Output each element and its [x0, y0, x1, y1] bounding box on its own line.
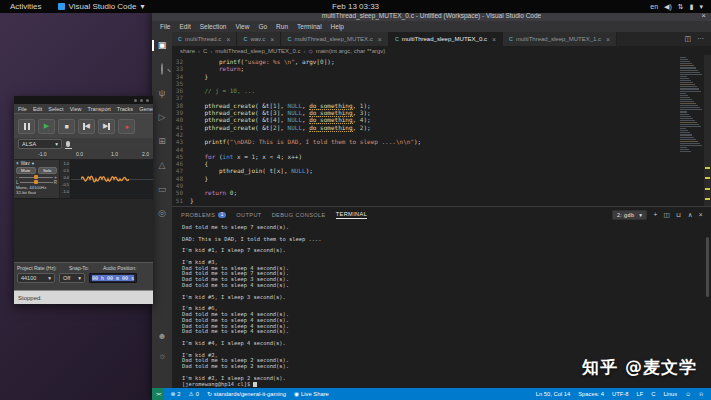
run-debug-icon[interactable]: ▷ [157, 112, 168, 123]
system-tray[interactable]: en ◀) ⇅ ▮ ▾ [650, 3, 703, 11]
account-icon[interactable]: ☻ [157, 331, 168, 342]
extensions-icon[interactable]: ⊞ [157, 136, 168, 147]
editor-tab[interactable]: Cwav.c× [237, 32, 281, 46]
warning-icon: ⚠ [189, 391, 194, 397]
remote-explorer-icon[interactable]: ▭ [157, 184, 168, 195]
menu-item-run[interactable]: Run [276, 23, 288, 30]
breadcrumb-item[interactable]: C [203, 48, 207, 54]
close-tab-icon[interactable]: × [492, 36, 496, 43]
panel-tab-problems[interactable]: PROBLEMS1 [181, 211, 226, 219]
record-button[interactable]: ● [118, 119, 135, 134]
status-item-live-share-status[interactable]: ◉Live Share [294, 391, 329, 397]
skip-to-start-button[interactable]: ◀ [78, 119, 95, 134]
tasks-icon[interactable]: ◎ [157, 208, 168, 219]
maximize-panel-icon[interactable]: ∧ [688, 211, 693, 219]
clock[interactable]: Feb 13 03:33 [332, 2, 379, 11]
code-editor[interactable]: 32 printf("usage: %s \n", argv[0]);33 re… [172, 55, 711, 206]
status-bar: >< ⊗2⚠0↻standards/general-it-gaming◉Live… [152, 388, 711, 400]
remote-indicator[interactable]: >< [152, 388, 164, 400]
play-button[interactable]: ▶ [38, 119, 55, 134]
status-item-eol[interactable]: LF [636, 391, 643, 397]
audio-position-field[interactable]: 00 h 00 m 00 s [89, 273, 137, 283]
stop-button[interactable]: ■ [58, 119, 75, 134]
skip-to-end-button[interactable]: ▶ [98, 119, 115, 134]
menu-item-selection[interactable]: Selection [200, 23, 227, 30]
app-menu[interactable]: Visual Studio Code ▾ [58, 2, 145, 11]
audacity-menu-tracks[interactable]: Tracks [117, 106, 133, 112]
pan-slider[interactable]: LR [16, 180, 57, 185]
minimap[interactable] [680, 57, 704, 203]
menu-item-file[interactable]: File [160, 23, 170, 30]
snap-to-select[interactable]: Off▾ [59, 273, 85, 283]
pause-button[interactable] [18, 119, 35, 134]
status-item-warnings-count[interactable]: ⚠0 [189, 391, 199, 397]
editor-tab[interactable]: CmultiThread.c× [172, 32, 237, 46]
menu-item-go[interactable]: Go [258, 23, 267, 30]
breadcrumb-item[interactable]: main(int argc, char **argv) [316, 48, 386, 54]
close-tab-icon[interactable]: × [270, 36, 274, 43]
solo-button[interactable]: Solo [38, 167, 58, 174]
panel-tab-terminal[interactable]: TERMINAL [336, 211, 367, 219]
activities-button[interactable]: Activities [10, 2, 42, 11]
desktop: Activities Visual Studio Code ▾ Feb 13 0… [0, 0, 711, 400]
status-item-sync-status[interactable]: ↻standards/general-it-gaming [207, 391, 286, 397]
mute-button[interactable]: Mute [16, 167, 36, 174]
editor-scrollbar[interactable] [704, 55, 711, 206]
search-icon[interactable] [157, 64, 168, 75]
close-tab-icon[interactable]: × [226, 36, 230, 43]
breadcrumb-item[interactable]: share [180, 48, 195, 54]
audacity-menu-edit[interactable]: Edit [33, 106, 42, 112]
close-panel-icon[interactable]: × [699, 211, 703, 218]
new-terminal-icon[interactable]: + [653, 211, 657, 218]
audacity-menu-file[interactable]: File [18, 106, 27, 112]
audacity-menu-view[interactable]: View [70, 106, 82, 112]
split-terminal-icon[interactable]: ◫ [664, 211, 671, 219]
menu-item-view[interactable]: View [235, 23, 249, 30]
track-area-empty[interactable] [14, 198, 153, 262]
terminal-shell-select[interactable]: 2: gdb▾ [612, 210, 648, 220]
status-item-encoding[interactable]: UTF-8 [612, 391, 628, 397]
status-item-language-mode[interactable]: C [651, 391, 655, 397]
track-control-panel[interactable]: × Wav ▾ Mute Solo -+ LR Mono, 44100Hz 32… [14, 160, 60, 198]
audacity-menu-select[interactable]: Select [48, 106, 63, 112]
live-share-icon[interactable] [157, 371, 168, 382]
close-tab-icon[interactable]: × [606, 36, 610, 43]
close-track-icon[interactable]: × [16, 161, 19, 166]
settings-gear-icon[interactable]: ☼ [157, 351, 168, 362]
status-item-feedback[interactable]: ☺ [685, 391, 691, 397]
status-item-indentation[interactable]: Spaces: 4 [578, 391, 604, 397]
editor-tab[interactable]: CmultiThread_sleep_MUTEX.c× [281, 32, 388, 46]
menu-item-edit[interactable]: Edit [179, 23, 190, 30]
kill-terminal-icon[interactable]: ⊔ [676, 211, 681, 219]
panel-tab-debug-console[interactable]: DEBUG CONSOLE [272, 211, 326, 219]
status-item-cursor-position[interactable]: Ln 50, Col 14 [536, 391, 570, 397]
breadcrumb[interactable]: share›C›multiThread_sleep_MUTEX_0.c›◇mai… [172, 46, 711, 55]
audacity-menu-generate[interactable]: Generate [139, 106, 153, 112]
menu-item-help[interactable]: Help [331, 23, 344, 30]
audacity-menu-transport[interactable]: Transport [87, 106, 110, 112]
track-name[interactable]: Wav [21, 161, 30, 166]
audacity-titlebar[interactable] [14, 96, 153, 104]
editor-tab[interactable]: CmultiThread_sleep_MUTEX_0.c× [389, 32, 503, 46]
project-rate-select[interactable]: 44100▾ [17, 273, 55, 283]
editor-tab[interactable]: CmultiThread_sleep_MUTEX_1.c× [503, 32, 617, 46]
explorer-icon[interactable]: ▣ [157, 40, 168, 51]
source-control-icon[interactable]: ψ [157, 88, 168, 99]
status-item-errors-count[interactable]: ⊗2 [170, 391, 180, 397]
split-editor-icon[interactable]: ◫ [684, 35, 691, 43]
terminal-prompt[interactable]: [jeromewang@hp14 cl]$ [182, 382, 701, 388]
testing-icon[interactable]: △ [157, 160, 168, 171]
breadcrumb-item[interactable]: multiThread_sleep_MUTEX_0.c [215, 48, 300, 54]
c-file-icon: C [287, 36, 291, 42]
timeline-ruler[interactable]: -1.00.01.02.0 [14, 150, 153, 160]
audio-host-select[interactable]: ALSA▾ [18, 139, 62, 149]
menu-item-terminal[interactable]: Terminal [297, 23, 322, 30]
waveform-display[interactable] [71, 160, 153, 198]
terminal-scrollbar[interactable] [706, 237, 709, 297]
status-item-cpp-configuration[interactable]: Linux [663, 391, 677, 397]
status-item-notifications[interactable]: ⍾ [699, 391, 703, 398]
close-tab-icon[interactable]: × [378, 36, 382, 43]
panel-tab-output[interactable]: OUTPUT [236, 211, 261, 219]
more-actions-icon[interactable]: ⋯ [697, 35, 704, 43]
code-line: 44 [172, 146, 711, 153]
